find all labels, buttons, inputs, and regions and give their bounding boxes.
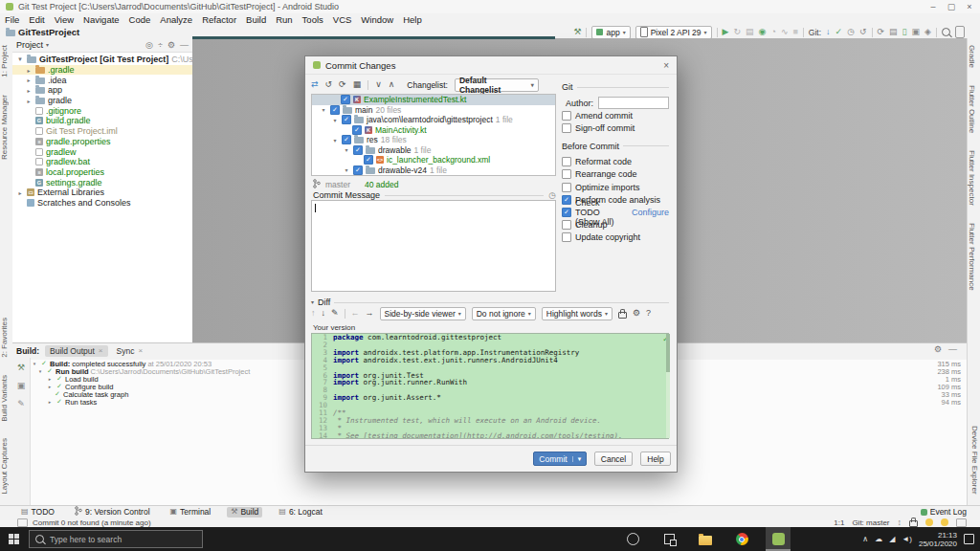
history-icon[interactable]: ◷ — [847, 28, 855, 36]
lock-icon[interactable] — [618, 312, 627, 319]
memory-indicator-icon[interactable] — [956, 518, 967, 527]
commit-message-input[interactable] — [311, 200, 556, 292]
checkbox[interactable] — [562, 208, 571, 217]
tool-window-button-build[interactable]: ⚒Build — [227, 507, 262, 518]
commit-tree-row[interactable]: KMainActivity.kt — [312, 125, 555, 136]
project-tree-item[interactable]: ▸app — [12, 85, 192, 96]
tree-arrow-icon[interactable]: ▸ — [46, 399, 54, 405]
tree-arrow-icon[interactable]: ▾ — [36, 368, 44, 374]
menu-item-window[interactable]: Window — [356, 13, 398, 26]
taskbar-clock[interactable]: 21:13 25/01/2020 — [919, 531, 957, 548]
tool-tab-flutter-outline[interactable]: Flutter Outline — [968, 85, 976, 133]
commit-tree-row[interactable]: ▾drawable 1 file — [312, 145, 555, 156]
edit-icon[interactable]: ✎ — [331, 309, 339, 318]
build-tab-build-output[interactable]: Build Output× — [45, 345, 107, 357]
layout-inspector-icon[interactable]: ▤ — [889, 28, 898, 36]
tree-arrow-icon[interactable]: ▾ — [320, 106, 327, 113]
update-project-icon[interactable]: ↓ — [826, 28, 831, 36]
tool-tab-build-variants[interactable]: Build Variants — [0, 375, 9, 422]
git-option[interactable]: Sign-off commit — [562, 121, 669, 134]
volume-icon[interactable]: ◄) — [902, 535, 912, 543]
tool-tab-resource-manager[interactable]: Resource Manager — [0, 95, 9, 160]
close-tab-icon[interactable]: × — [99, 346, 103, 355]
tool-tab-2-favorites[interactable]: 2: Favorites — [0, 318, 9, 358]
checkbox[interactable] — [562, 232, 571, 242]
tree-arrow-icon[interactable]: ▸ — [25, 67, 33, 74]
wrench-icon[interactable]: ⚒ — [573, 28, 581, 36]
project-tree-item[interactable]: gradlew — [12, 146, 192, 157]
run-icon[interactable]: ▶ — [723, 28, 729, 36]
coverage-icon[interactable]: ▤ — [746, 28, 754, 36]
group-by-icon[interactable]: ▦ — [353, 80, 362, 89]
tool-window-button-6-logcat[interactable]: ▤6: Logcat — [275, 507, 326, 518]
taskbar-app-file-explorer-icon[interactable] — [693, 527, 718, 551]
tool-tab-gradle[interactable]: Gradle — [968, 45, 976, 68]
help-icon[interactable]: ? — [646, 309, 651, 318]
tool-tab-layout-captures[interactable]: Layout Captures — [0, 438, 9, 495]
diff-scrollbar[interactable] — [666, 334, 670, 438]
taskbar-app-task-view-icon[interactable] — [657, 527, 681, 551]
menu-item-build[interactable]: Build — [241, 13, 271, 26]
notification-center-icon[interactable] — [964, 534, 974, 544]
search-everywhere-icon[interactable] — [942, 28, 950, 36]
next-change-icon[interactable]: ↓ — [322, 309, 326, 318]
menu-item-analyze[interactable]: Analyze — [155, 13, 197, 26]
project-tree-item[interactable]: Gsettings.gradle — [12, 177, 192, 187]
project-tree-item[interactable]: ▸gradle — [12, 96, 192, 106]
avd-manager-icon[interactable]: ▯ — [902, 28, 907, 36]
sdk-manager-icon[interactable]: ▣ — [912, 28, 921, 36]
collapse-all-icon[interactable]: ∧ — [389, 80, 395, 89]
tree-arrow-icon[interactable]: ▸ — [25, 98, 33, 104]
git-option[interactable]: Amend commit — [562, 109, 669, 121]
menu-item-navigate[interactable]: Navigate — [78, 13, 124, 26]
diff-option-select[interactable]: Highlight words▾ — [542, 307, 612, 320]
project-tree-item[interactable]: ▸.idea — [12, 75, 192, 85]
onedrive-icon[interactable]: ☁ — [875, 535, 882, 543]
tool-window-button-todo[interactable]: ▤TODO — [17, 507, 58, 518]
menu-item-edit[interactable]: Edit — [24, 13, 49, 26]
run-config-select[interactable]: app▾ — [591, 26, 630, 39]
menu-item-refactor[interactable]: Refactor — [197, 13, 241, 26]
dialog-close-icon[interactable]: × — [663, 60, 669, 71]
tray-chevron-icon[interactable]: ∧ — [862, 535, 868, 543]
tree-arrow-icon[interactable]: ▾ — [343, 146, 350, 153]
checkbox[interactable] — [562, 220, 571, 230]
project-tree-item[interactable]: ▸▭External Libraries — [12, 187, 192, 198]
author-input[interactable] — [598, 97, 669, 109]
history-icon[interactable]: ◷ — [548, 191, 556, 200]
lock-icon[interactable] — [909, 520, 918, 527]
expand-all-icon[interactable]: ∨ — [375, 80, 382, 89]
hide-panel-icon[interactable]: — — [180, 41, 189, 50]
before-commit-option[interactable]: Reformat code — [562, 156, 669, 168]
start-button[interactable] — [9, 534, 19, 544]
settings-icon[interactable]: ⚙ — [633, 309, 640, 318]
project-tree-item[interactable]: Gbuild.gradle — [12, 116, 192, 126]
commit-button[interactable]: Commit ▼ — [533, 452, 587, 466]
before-commit-option[interactable]: Rearrange code — [562, 168, 669, 181]
build-tab-sync[interactable]: Sync× — [112, 345, 148, 357]
apply-changes-icon[interactable]: ↻ — [734, 28, 742, 36]
gradle-sync-icon[interactable]: ⟳ — [878, 28, 885, 36]
commit-tree-row[interactable]: ▾main 20 files — [312, 105, 555, 116]
project-tree-item[interactable]: ▸.gradle — [12, 65, 192, 76]
breadcrumb[interactable]: GitTestProject — [18, 27, 79, 37]
before-commit-option[interactable]: Update copyright — [562, 231, 669, 244]
event-log-button[interactable]: Event Log — [921, 507, 967, 517]
include-file-checkbox[interactable] — [353, 145, 363, 155]
hide-icon[interactable]: — — [948, 345, 957, 354]
smiley-icon[interactable] — [925, 518, 933, 526]
include-file-checkbox[interactable] — [353, 165, 363, 175]
network-icon[interactable]: ◢ — [889, 535, 895, 543]
pin-icon[interactable]: ✎ — [17, 400, 25, 408]
tree-arrow-icon[interactable]: ▼ — [16, 56, 24, 62]
diff-option-select[interactable]: Side-by-side viewer▾ — [380, 307, 466, 320]
tool-tab-device-file-explorer[interactable]: Device File Explorer — [970, 426, 979, 495]
close-button[interactable]: × — [961, 0, 978, 13]
taskbar-app-android-studio-icon[interactable] — [766, 527, 791, 551]
project-tree-item[interactable]: gradlew.bat — [12, 157, 192, 167]
back-icon[interactable]: ← — [351, 309, 360, 318]
include-file-checkbox[interactable] — [352, 125, 362, 135]
caret-position[interactable]: 1:1 — [834, 518, 844, 527]
checkbox[interactable] — [562, 123, 571, 133]
changelist-select[interactable]: Default Changelist▾ — [455, 78, 539, 92]
